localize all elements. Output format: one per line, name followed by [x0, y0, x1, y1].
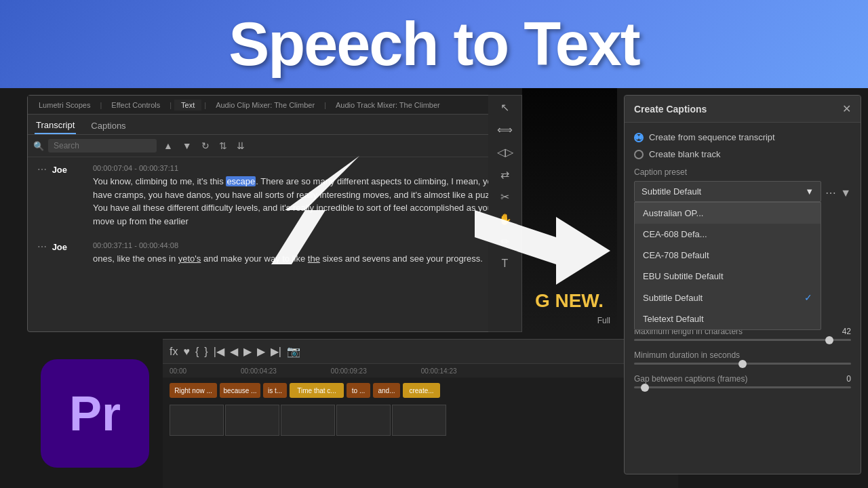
- entry-content-2: 00:00:37:11 - 00:00:44:08 ones, like the…: [93, 241, 483, 266]
- clip-is-t[interactable]: is t...: [263, 383, 287, 398]
- preset-option-subtitle[interactable]: Subtitle Default ✓: [635, 287, 821, 308]
- clip-right-now[interactable]: Right now ...: [170, 383, 217, 398]
- film-strip: [163, 403, 678, 437]
- slider-gap-thumb[interactable]: [641, 384, 649, 392]
- select-tool-btn[interactable]: ↖: [500, 101, 509, 114]
- slider-gap-track: [634, 386, 851, 388]
- preset-label-subtitle: Subtitle Default: [643, 293, 703, 303]
- thumb-1: [170, 405, 224, 436]
- captions-header: Create Captions ✕: [625, 96, 861, 123]
- radio-circle-blank: [634, 150, 644, 159]
- tab-transcript[interactable]: Transcript: [35, 117, 76, 134]
- tab-lumetri[interactable]: Lumetri Scopes: [32, 100, 97, 110]
- dropdown-chevron-icon: ▼: [805, 186, 814, 197]
- video-fullscreen-label: Full: [597, 316, 610, 325]
- slip-tool-btn[interactable]: ✋: [498, 213, 512, 226]
- ripple-edit-btn[interactable]: ◁▷: [497, 146, 513, 159]
- type-tool-btn[interactable]: T: [502, 258, 509, 270]
- clip-because[interactable]: because ...: [220, 383, 260, 398]
- preset-label-ebu: EBU Subtitle Default: [643, 271, 724, 281]
- preset-more-btn[interactable]: ⋯: [825, 186, 836, 199]
- preset-expand-btn[interactable]: ▼: [840, 187, 851, 199]
- preset-option-cea708[interactable]: CEA-708 Default: [635, 245, 821, 266]
- text-panel: Lumetri Scopes | Effect Controls | Text …: [27, 95, 515, 332]
- trim-in-btn[interactable]: {: [195, 346, 199, 358]
- down-btn[interactable]: ▼: [180, 139, 195, 152]
- sub-tab-bar: Transcript Captions: [28, 115, 515, 135]
- video-preview-area: G NEW. Full: [522, 88, 617, 332]
- step-fwd-btn[interactable]: ▶: [257, 345, 265, 358]
- highlight-escape[interactable]: escape: [226, 176, 256, 186]
- yetos-word: yeto's: [178, 253, 201, 264]
- radio-option-blank[interactable]: Create blank track: [634, 149, 851, 159]
- camera-btn[interactable]: 📷: [287, 345, 300, 358]
- preset-label-cea708: CEA-708 Default: [643, 250, 709, 260]
- preset-option-cea608[interactable]: CEA-608 Defa...: [635, 224, 821, 245]
- razor-btn[interactable]: ✂: [500, 190, 509, 203]
- go-end-btn[interactable]: ▶|: [271, 345, 281, 358]
- radio-label-transcript: Create from sequence transcript: [649, 132, 775, 142]
- preset-dropdown-btn[interactable]: Subtitle Default ▼: [634, 181, 821, 202]
- timeline-controls: fx ♥ { } |◀ ◀ ▶ ▶ ▶| 📷: [163, 340, 678, 364]
- play-btn[interactable]: ▶: [243, 345, 252, 358]
- slider-min-track: [634, 363, 851, 365]
- radio-option-transcript[interactable]: Create from sequence transcript: [634, 132, 851, 142]
- sort-btn[interactable]: ⇅: [216, 139, 230, 152]
- speaker-dots-2: ⋯: [37, 241, 47, 252]
- captions-title: Create Captions: [634, 104, 707, 115]
- tab-text[interactable]: Text: [174, 100, 201, 110]
- rolling-edit-btn[interactable]: ⇄: [500, 168, 509, 181]
- tab-audio-track[interactable]: Audio Track Mixer: The Climber: [329, 100, 447, 110]
- preset-option-teletext[interactable]: Teletext Default: [635, 308, 821, 329]
- preset-option-ebu[interactable]: EBU Subtitle Default: [635, 266, 821, 287]
- slider-min-label-row: Minimum duration in seconds: [634, 350, 851, 360]
- timeline-tracks: Right now ... because ... is t... Time t…: [163, 378, 678, 403]
- clip-create[interactable]: create...: [403, 383, 440, 398]
- thumb-2: [225, 405, 279, 436]
- tab-effect-controls[interactable]: Effect Controls: [104, 100, 167, 110]
- pen-tool-btn[interactable]: ✏: [500, 235, 509, 248]
- thumb-3: [281, 405, 335, 436]
- preset-option-australian[interactable]: Australian OP...: [635, 203, 821, 224]
- slider-gap-label: Gap between captions (frames): [634, 374, 747, 384]
- transcript-text-1: You know, climbing to me, it's this esca…: [93, 175, 505, 228]
- clip-to[interactable]: to ...: [347, 383, 370, 398]
- slider-min-thumb[interactable]: [738, 360, 747, 368]
- refresh-btn[interactable]: ↻: [199, 139, 212, 152]
- transcript-entry-1: ⋯ Joe 00:00:07:04 - 00:00:37:11 You know…: [37, 164, 505, 228]
- slider-gap-value: 0: [846, 374, 851, 384]
- step-back-btn[interactable]: ◀: [230, 345, 238, 358]
- search-input[interactable]: [48, 139, 157, 152]
- transcript-text-2: ones, like the ones in yeto's and make y…: [93, 252, 483, 266]
- track-row-clips: Right now ... because ... is t... Time t…: [163, 380, 678, 401]
- transcript-content: ⋯ Joe 00:00:07:04 - 00:00:37:11 You know…: [28, 157, 515, 331]
- up-btn[interactable]: ▲: [161, 139, 176, 152]
- video-text-overlay: G NEW.: [535, 290, 604, 312]
- tab-captions[interactable]: Captions: [90, 118, 127, 134]
- fx-btn[interactable]: fx: [170, 346, 178, 358]
- tab-audio-clip[interactable]: Audio Clip Mixer: The Climber: [209, 100, 321, 110]
- timeline-ruler: 00:00 00:00:04:23 00:00:09:23 00:00:14:2…: [163, 364, 678, 378]
- right-toolbar: ↖ ⟺ ◁▷ ⇄ ✂ ✋ ✏ T: [488, 95, 522, 332]
- ruler-mark-2: 00:00:09:23: [331, 367, 367, 375]
- trim-out-btn[interactable]: }: [204, 346, 208, 358]
- clip-and[interactable]: and...: [373, 383, 400, 398]
- slider-max-track: [634, 339, 851, 341]
- preset-label-australian: Australian OP...: [643, 208, 703, 218]
- slider-max-length: Maximum length in characters 42 Minimum …: [634, 327, 851, 388]
- search-bar: 🔍 ▲ ▼ ↻ ⇅ ⇊ ⋯: [28, 135, 515, 157]
- search-icon: 🔍: [33, 141, 44, 151]
- slider-gap-label-row: Gap between captions (frames) 0: [634, 374, 851, 384]
- go-start-btn[interactable]: |◀: [214, 345, 224, 358]
- heart-btn[interactable]: ♥: [183, 346, 190, 358]
- banner: Speech to Text: [0, 0, 868, 88]
- preset-options-list: Australian OP... CEA-608 Defa... CEA-708…: [634, 202, 821, 330]
- preset-label-cea608: CEA-608 Defa...: [643, 229, 707, 239]
- track-select-btn[interactable]: ⟺: [497, 123, 513, 136]
- ruler-mark-3: 00:00:14:23: [421, 367, 457, 375]
- clip-time[interactable]: Time that c...: [290, 383, 344, 398]
- slider-max-thumb[interactable]: [825, 336, 833, 344]
- entry-meta-1: ⋯ Joe: [37, 164, 85, 228]
- filter-btn[interactable]: ⇊: [234, 139, 248, 152]
- captions-close-btn[interactable]: ✕: [842, 102, 851, 115]
